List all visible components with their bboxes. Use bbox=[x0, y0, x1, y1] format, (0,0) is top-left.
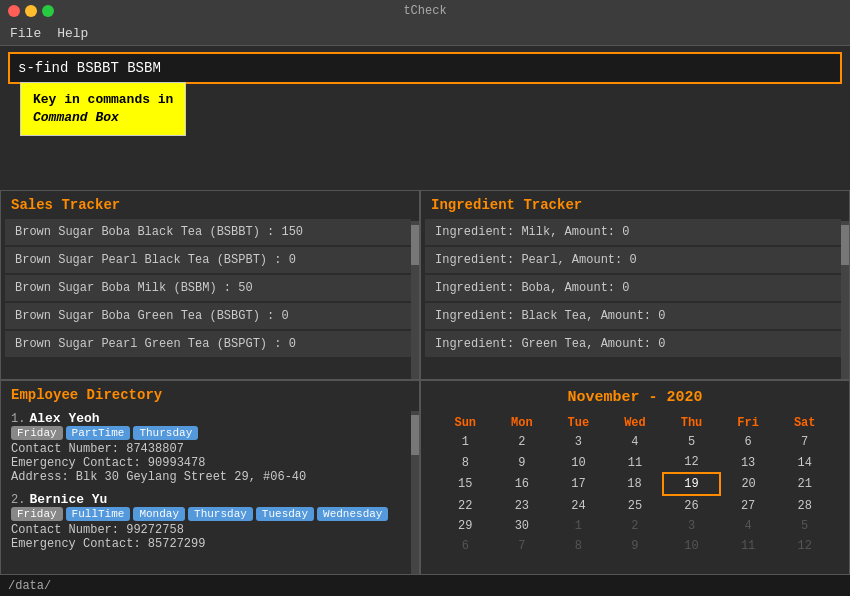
calendar-day: 21 bbox=[776, 473, 833, 495]
ingredient-row: Ingredient: Milk, Amount: 0 bbox=[425, 219, 841, 245]
calendar-panel: November - 2020 SunMonTueWedThuFriSat 12… bbox=[420, 380, 850, 590]
main-panels: Sales Tracker Brown Sugar Boba Black Tea… bbox=[0, 190, 850, 590]
sales-tracker-row: Brown Sugar Boba Black Tea (BSBBT) : 150 bbox=[5, 219, 411, 245]
calendar-day: 6 bbox=[437, 536, 494, 556]
calendar-week-row: 891011121314 bbox=[437, 452, 833, 473]
calendar-day: 1 bbox=[437, 432, 494, 452]
calendar-body: 1234567891011121314151617181920212223242… bbox=[437, 432, 833, 556]
calendar-week-row: 293012345 bbox=[437, 516, 833, 536]
calendar-header-cell: Sat bbox=[776, 414, 833, 432]
calendar-day: 18 bbox=[607, 473, 664, 495]
employee-name: Alex Yeoh bbox=[29, 411, 99, 426]
calendar-day: 3 bbox=[550, 432, 607, 452]
calendar-week-row: 22232425262728 bbox=[437, 495, 833, 516]
calendar-header-cell: Fri bbox=[720, 414, 777, 432]
calendar-day: 26 bbox=[663, 495, 720, 516]
calendar-day: 20 bbox=[720, 473, 777, 495]
menu-file[interactable]: File bbox=[10, 26, 41, 41]
employee-contact: Contact Number: 99272758 bbox=[11, 523, 405, 537]
calendar-day: 25 bbox=[607, 495, 664, 516]
calendar-day: 28 bbox=[776, 495, 833, 516]
command-input[interactable] bbox=[8, 52, 842, 84]
calendar-header-cell: Sun bbox=[437, 414, 494, 432]
calendar-day: 12 bbox=[776, 536, 833, 556]
calendar-header-cell: Mon bbox=[494, 414, 551, 432]
ingredient-tracker-content[interactable]: Ingredient: Milk, Amount: 0Ingredient: P… bbox=[421, 217, 849, 375]
employee-tag: Friday bbox=[11, 426, 63, 440]
ingredient-tracker-panel: Ingredient Tracker Ingredient: Milk, Amo… bbox=[420, 190, 850, 380]
status-text: /data/ bbox=[8, 579, 51, 593]
calendar-day: 1 bbox=[550, 516, 607, 536]
calendar-day: 30 bbox=[494, 516, 551, 536]
calendar-day: 2 bbox=[494, 432, 551, 452]
minimize-button[interactable] bbox=[25, 5, 37, 17]
employee-directory-panel: Employee Directory 1.Alex YeohFridayPart… bbox=[0, 380, 420, 590]
ingredient-tracker-title: Ingredient Tracker bbox=[421, 191, 849, 217]
calendar-day: 14 bbox=[776, 452, 833, 473]
calendar-day: 7 bbox=[776, 432, 833, 452]
employee-tag: PartTime bbox=[66, 426, 131, 440]
calendar-day: 27 bbox=[720, 495, 777, 516]
calendar-day: 8 bbox=[550, 536, 607, 556]
calendar-day: 23 bbox=[494, 495, 551, 516]
calendar-day: 9 bbox=[494, 452, 551, 473]
calendar-day: 10 bbox=[550, 452, 607, 473]
ingredient-row: Ingredient: Pearl, Amount: 0 bbox=[425, 247, 841, 273]
calendar-day: 11 bbox=[720, 536, 777, 556]
title-bar: tCheck bbox=[0, 0, 850, 22]
calendar-day: 9 bbox=[607, 536, 664, 556]
calendar-week-row: 6789101112 bbox=[437, 536, 833, 556]
calendar-day: 19 bbox=[663, 473, 720, 495]
calendar-day: 12 bbox=[663, 452, 720, 473]
calendar-day: 4 bbox=[720, 516, 777, 536]
calendar-header-cell: Tue bbox=[550, 414, 607, 432]
command-area: Key in commands in Command Box bbox=[0, 46, 850, 90]
employee-tag: Thursday bbox=[133, 426, 198, 440]
employee-entry: 1.Alex YeohFridayPartTimeThursdayContact… bbox=[1, 407, 415, 488]
calendar-day: 16 bbox=[494, 473, 551, 495]
calendar-header-row: SunMonTueWedThuFriSat bbox=[437, 414, 833, 432]
sales-tracker-content[interactable]: Brown Sugar Boba Black Tea (BSBBT) : 150… bbox=[1, 217, 419, 375]
employee-address: Address: Blk 30 Geylang Street 29, #06-4… bbox=[11, 470, 405, 484]
maximize-button[interactable] bbox=[42, 5, 54, 17]
calendar-day: 10 bbox=[663, 536, 720, 556]
calendar-day: 5 bbox=[663, 432, 720, 452]
calendar-header-cell: Thu bbox=[663, 414, 720, 432]
window-controls bbox=[8, 5, 54, 17]
menu-bar: File Help bbox=[0, 22, 850, 46]
menu-help[interactable]: Help bbox=[57, 26, 88, 41]
employee-tag: Tuesday bbox=[256, 507, 314, 521]
ingredient-row: Ingredient: Black Tea, Amount: 0 bbox=[425, 303, 841, 329]
calendar-day: 15 bbox=[437, 473, 494, 495]
calendar-day: 11 bbox=[607, 452, 664, 473]
employee-emergency: Emergency Contact: 85727299 bbox=[11, 537, 405, 551]
command-tooltip: Key in commands in Command Box bbox=[20, 82, 186, 136]
employee-directory-content[interactable]: 1.Alex YeohFridayPartTimeThursdayContact… bbox=[1, 407, 419, 585]
employee-tag: Thursday bbox=[188, 507, 253, 521]
employee-tag: Monday bbox=[133, 507, 185, 521]
calendar-title: November - 2020 bbox=[437, 389, 833, 406]
close-button[interactable] bbox=[8, 5, 20, 17]
calendar-day: 13 bbox=[720, 452, 777, 473]
calendar-week-row: 1234567 bbox=[437, 432, 833, 452]
sales-tracker-row: Brown Sugar Boba Green Tea (BSBGT) : 0 bbox=[5, 303, 411, 329]
calendar-day: 22 bbox=[437, 495, 494, 516]
sales-tracker-row: Brown Sugar Pearl Black Tea (BSPBT) : 0 bbox=[5, 247, 411, 273]
employee-entry: 2.Bernice YuFridayFullTimeMondayThursday… bbox=[1, 488, 415, 555]
calendar-day: 8 bbox=[437, 452, 494, 473]
ingredient-row: Ingredient: Green Tea, Amount: 0 bbox=[425, 331, 841, 357]
employee-contact: Contact Number: 87438807 bbox=[11, 442, 405, 456]
status-bar: /data/ bbox=[0, 574, 850, 596]
employee-tag: Wednesday bbox=[317, 507, 388, 521]
calendar-week-row: 15161718192021 bbox=[437, 473, 833, 495]
ingredient-row: Ingredient: Boba, Amount: 0 bbox=[425, 275, 841, 301]
employee-tag: Friday bbox=[11, 507, 63, 521]
app-title: tCheck bbox=[403, 4, 446, 18]
calendar-day: 29 bbox=[437, 516, 494, 536]
sales-tracker-row: Brown Sugar Pearl Green Tea (BSPGT) : 0 bbox=[5, 331, 411, 357]
calendar-day: 5 bbox=[776, 516, 833, 536]
sales-tracker-title: Sales Tracker bbox=[1, 191, 419, 217]
calendar-day: 24 bbox=[550, 495, 607, 516]
calendar-day: 3 bbox=[663, 516, 720, 536]
employee-name: Bernice Yu bbox=[29, 492, 107, 507]
